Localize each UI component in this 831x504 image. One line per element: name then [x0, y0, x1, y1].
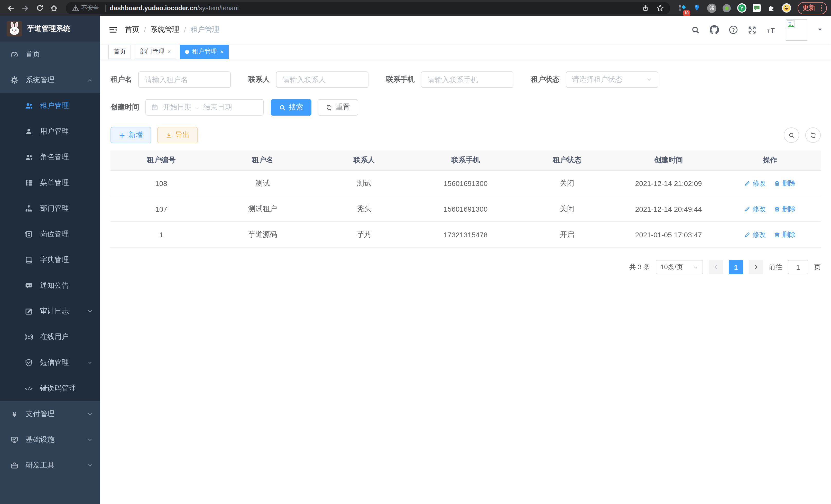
add-button[interactable]: 新增	[111, 127, 151, 143]
extension-badge: 10	[683, 10, 690, 16]
sidebar-item-pay[interactable]: ¥ 支付管理	[0, 401, 100, 427]
page-size-select[interactable]: 10条/页	[656, 260, 703, 274]
cell-mobile: 15601691300	[415, 196, 516, 222]
mobile-label: 联系手机	[386, 75, 415, 84]
tree-list-icon	[25, 179, 33, 187]
sidebar-item-online[interactable]: 在线用户	[0, 324, 100, 350]
share-icon[interactable]	[641, 4, 649, 12]
sidebar-item-home[interactable]: 首页	[0, 41, 100, 67]
sidebar-item-user[interactable]: 用户管理	[0, 119, 100, 144]
extension-y-icon[interactable]: Y	[735, 1, 748, 15]
address-bar[interactable]: 不安全 dashboard.yudao.iocoder.cn/system/te…	[66, 2, 670, 14]
app-logo[interactable]: 芋道管理系统	[0, 16, 100, 41]
filter-row-1: 租户名 联系人 联系手机 租户状态 请选择租户状态	[111, 71, 821, 88]
toggle-search-button[interactable]	[784, 127, 799, 143]
export-button[interactable]: 导出	[157, 127, 198, 143]
extension-command-icon[interactable]: ⌘	[705, 1, 719, 15]
page-size-value: 10条/页	[660, 263, 683, 272]
github-icon[interactable]	[710, 25, 719, 34]
edit-pencil-icon	[744, 206, 751, 212]
sidebar-item-role[interactable]: 角色管理	[0, 144, 100, 170]
green-dot-icon	[722, 3, 731, 12]
chevron-down-icon	[87, 463, 93, 469]
status-select[interactable]: 请选择租户状态	[566, 71, 658, 88]
tag-dept[interactable]: 部门管理×	[135, 45, 176, 59]
select-caret-down-icon	[646, 77, 652, 83]
browser-back-button[interactable]	[4, 1, 18, 14]
table-row: 107 测试租户 秃头 15601691300 关闭 2021-12-14 20…	[111, 196, 821, 222]
sidebar-item-label: 租户管理	[40, 101, 93, 111]
cell-created: 2021-12-14 20:49:44	[618, 196, 719, 222]
breadcrumb-system[interactable]: 系统管理	[150, 25, 179, 34]
sidebar-item-system[interactable]: 系统管理	[0, 67, 100, 93]
next-page-button[interactable]	[749, 260, 763, 274]
bookmark-star-icon[interactable]	[656, 4, 664, 12]
browser-home-button[interactable]	[47, 1, 61, 14]
tenant-name-input[interactable]	[138, 71, 231, 88]
sidebar-item-audit[interactable]: 审计日志	[0, 298, 100, 324]
extensions-puzzle-icon[interactable]	[765, 1, 778, 15]
sidebar-item-label: 通知公告	[40, 281, 93, 290]
extension-pin-icon[interactable]: 10	[675, 1, 689, 15]
sidebar-item-dept[interactable]: 部门管理	[0, 196, 100, 221]
trash-icon	[774, 180, 780, 186]
edit-link[interactable]: 修改	[744, 204, 766, 213]
trash-icon	[774, 232, 780, 238]
help-icon[interactable]: ?	[729, 25, 738, 34]
search-button[interactable]: 搜索	[271, 99, 311, 116]
extension-record-icon[interactable]	[720, 1, 734, 15]
refresh-table-button[interactable]	[805, 127, 821, 143]
sidebar-collapse-button[interactable]	[109, 25, 118, 34]
reset-button[interactable]: 重置	[318, 99, 358, 116]
breadcrumb-home[interactable]: 首页	[125, 25, 139, 34]
sidebar-item-infra[interactable]: 基础设施	[0, 427, 100, 453]
browser-profile-avatar[interactable]	[779, 1, 793, 15]
sidebar-item-post[interactable]: 岗位管理	[0, 221, 100, 247]
tag-home[interactable]: 首页	[109, 45, 131, 59]
sidebar-item-tenant[interactable]: 租户管理	[0, 93, 100, 119]
browser-update-button[interactable]: 更新	[797, 2, 827, 14]
search-button-label: 搜索	[289, 103, 303, 112]
cell-id: 107	[111, 196, 212, 222]
contact-label: 联系人	[248, 75, 270, 84]
date-range-picker[interactable]: 开始日期 - 结束日期	[145, 99, 264, 116]
prev-page-button[interactable]	[709, 260, 723, 274]
sidebar-item-menu[interactable]: 菜单管理	[0, 170, 100, 196]
cell-mobile: 17321315478	[415, 222, 516, 247]
pagination: 共 3 条 10条/页 1 前往 页	[111, 260, 821, 274]
tag-tenant-active[interactable]: 租户管理×	[180, 45, 229, 59]
browser-menu-kebab-icon[interactable]	[821, 5, 822, 11]
avatar-caret-down-icon[interactable]	[817, 26, 823, 33]
browser-reload-button[interactable]	[33, 1, 46, 14]
tenant-name-label: 租户名	[111, 75, 132, 84]
tag-close-icon[interactable]: ×	[220, 48, 224, 55]
mobile-input[interactable]	[421, 71, 513, 88]
contact-input[interactable]	[276, 71, 369, 88]
delete-link[interactable]: 删除	[774, 179, 796, 188]
sidebar-item-devtool[interactable]: 研发工具	[0, 453, 100, 478]
extension-balloon-icon[interactable]	[690, 1, 704, 15]
sidebar-item-sms[interactable]: 短信管理	[0, 350, 100, 376]
page-1-button[interactable]: 1	[729, 260, 743, 274]
sidebar-item-errcode[interactable]: </> 错误码管理	[0, 376, 100, 401]
delete-link[interactable]: 删除	[774, 230, 796, 239]
shield-check-icon	[25, 359, 33, 367]
user-avatar[interactable]	[786, 19, 807, 40]
goto-page-input[interactable]	[788, 260, 808, 274]
fullscreen-icon[interactable]	[748, 25, 756, 34]
edit-pencil-icon	[744, 180, 751, 186]
edit-link[interactable]: 修改	[744, 179, 766, 188]
tag-close-icon[interactable]: ×	[168, 48, 171, 55]
table-header-row: 租户编号 租户名 联系人 联系手机 租户状态 创建时间 操作	[111, 151, 821, 170]
broken-image-icon	[787, 20, 795, 28]
browser-forward-button[interactable]	[19, 1, 32, 14]
font-size-icon[interactable]: TT	[766, 25, 776, 34]
sidebar-item-dict[interactable]: 字典管理	[0, 247, 100, 273]
edit-link[interactable]: 修改	[744, 230, 766, 239]
extension-chat-icon[interactable]	[749, 1, 764, 15]
delete-link[interactable]: 删除	[774, 204, 796, 213]
sidebar-item-notice[interactable]: 通知公告	[0, 273, 100, 298]
sidebar-item-label: 错误码管理	[40, 384, 93, 393]
header-search-icon[interactable]	[691, 25, 700, 34]
emoji-avatar-icon	[781, 3, 791, 13]
